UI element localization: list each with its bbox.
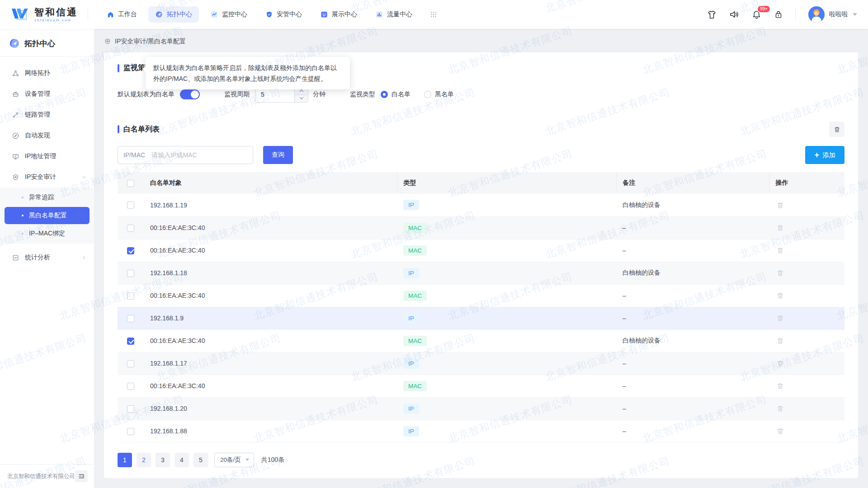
row-checkbox[interactable]	[127, 225, 134, 232]
row-checkbox[interactable]	[127, 405, 134, 413]
trash-icon	[776, 201, 784, 209]
row-checkbox[interactable]	[127, 247, 134, 254]
type-badge: IP	[403, 200, 419, 210]
delete-row-button[interactable]	[775, 426, 785, 436]
search-row: IP/MAC 查询 + 添加	[118, 146, 844, 164]
delete-row-button[interactable]	[775, 404, 785, 413]
delete-row-button[interactable]	[775, 381, 785, 391]
breadcrumb-text: IP安全审计/黑白名单配置	[115, 38, 186, 46]
sidebar-item-auto-discovery[interactable]: 自动发现	[0, 125, 94, 146]
brand-domain: zhtelecom.com	[34, 19, 78, 22]
row-checkbox[interactable]	[127, 202, 134, 209]
trash-icon	[776, 427, 784, 435]
shirt-icon	[707, 9, 717, 20]
whitelist-policy-toggle[interactable]	[180, 89, 200, 99]
search-input[interactable]	[151, 151, 247, 159]
page-button-4[interactable]: 4	[175, 453, 189, 467]
home-icon	[107, 11, 114, 19]
row-checkbox[interactable]	[127, 383, 134, 390]
chevron-right-icon	[81, 255, 87, 260]
table-row: 192.168.1.17 IP –	[118, 352, 844, 375]
nav-item-topology-center[interactable]: 拓扑中心	[148, 6, 199, 23]
column-header-remark: 备注	[616, 172, 769, 194]
nav-item-monitor-center[interactable]: 监控中心	[203, 6, 254, 23]
sidebar-item-link-management[interactable]: 链路管理	[0, 104, 94, 125]
remark-text: –	[623, 405, 626, 412]
radio-option-whitelist[interactable]: 白名单	[381, 90, 410, 99]
sidebar-item-label: 自动发现	[25, 131, 50, 140]
nav-item-flow-center[interactable]: 流量中心	[368, 6, 419, 23]
sidebar-item-ip-security-audit[interactable]: IP安全审计	[0, 167, 94, 188]
topology-globe-icon	[9, 38, 20, 49]
delete-row-button[interactable]	[775, 358, 785, 368]
page-button-5[interactable]: 5	[193, 453, 208, 467]
user-name: 啦啦啦	[829, 10, 848, 19]
page-button-2[interactable]: 2	[137, 453, 151, 467]
table-row: 192.168.1.88 IP –	[118, 420, 844, 442]
sidebar-menu: 网络拓扑 设备管理 链路管理 自动发现 IP IP地址管理 IP安全审计	[0, 56, 94, 268]
trash-icon	[776, 314, 784, 322]
nav-item-workbench[interactable]: 工作台	[100, 6, 144, 23]
trash-icon	[776, 269, 784, 277]
trash-icon	[776, 291, 784, 300]
sidebar-item-label: 网络拓扑	[25, 69, 50, 77]
lock-screen-button[interactable]	[774, 9, 783, 19]
top-nav: 工作台 拓扑中心 监控中心 安管中心 展示中心 流量中心	[100, 6, 441, 23]
row-checkbox[interactable]	[127, 270, 134, 277]
row-checkbox[interactable]	[127, 428, 134, 435]
nav-item-display-center[interactable]: 展示中心	[313, 6, 364, 23]
page-size-select[interactable]: 20条/页	[214, 453, 254, 467]
svg-text:IP: IP	[14, 155, 17, 157]
row-checkbox[interactable]	[127, 315, 134, 322]
radio-label: 白名单	[392, 90, 410, 99]
apps-grid-button[interactable]	[426, 7, 441, 22]
column-header-type: 类型	[397, 172, 616, 194]
sidebar-item-blackwhite-list-config[interactable]: 黑白名单配置	[5, 207, 90, 224]
caret-down-icon	[853, 13, 857, 16]
sidebar-item-ip-mac-binding[interactable]: IP–MAC绑定	[0, 225, 94, 242]
sidebar-item-ip-address-management[interactable]: IP IP地址管理	[0, 146, 94, 167]
radio-option-blacklist[interactable]: 黑名单	[424, 90, 454, 99]
delete-row-button[interactable]	[775, 245, 785, 255]
theme-skin-button[interactable]	[707, 9, 717, 20]
announcement-button[interactable]	[729, 9, 740, 20]
period-label: 监视周期	[224, 90, 250, 99]
sidebar-item-statistics[interactable]: 统计分析	[0, 247, 94, 268]
flow-bars-icon	[375, 10, 383, 19]
section-title-text: 白名单列表	[123, 125, 160, 134]
divider	[795, 9, 796, 20]
user-menu[interactable]: 啦啦啦	[808, 6, 857, 23]
nav-label: 工作台	[118, 10, 137, 19]
lock-icon	[774, 9, 783, 19]
delete-row-button[interactable]	[775, 200, 785, 210]
add-button[interactable]: + 添加	[805, 146, 844, 164]
monitor-chart-icon	[210, 10, 218, 19]
delete-row-button[interactable]	[775, 336, 785, 346]
whitelist-object: 00:16:EA:AE:3C:40	[150, 247, 205, 254]
stepper-down-button[interactable]	[295, 95, 308, 103]
delete-row-button[interactable]	[775, 313, 785, 323]
nav-item-security-center[interactable]: 安管中心	[259, 6, 309, 23]
page-button-3[interactable]: 3	[156, 453, 170, 467]
notifications-button[interactable]: 99+	[751, 9, 762, 20]
row-checkbox[interactable]	[127, 292, 134, 300]
collapse-sidebar-button[interactable]	[75, 470, 88, 482]
topology-globe-icon	[155, 10, 163, 19]
type-badge: MAC	[403, 381, 427, 391]
bulk-delete-button[interactable]	[829, 122, 844, 137]
query-button[interactable]: 查询	[263, 146, 293, 164]
page-size-value: 20条/页	[220, 456, 241, 464]
page-button-1[interactable]: 1	[118, 453, 132, 467]
column-header-action: 操作	[769, 172, 844, 194]
delete-row-button[interactable]	[775, 291, 785, 300]
sidebar-item-device-management[interactable]: 设备管理	[0, 84, 94, 104]
row-checkbox[interactable]	[127, 360, 134, 367]
sidebar-item-anomaly-tracking[interactable]: 异常追踪	[0, 189, 94, 206]
breadcrumb: IP安全审计/黑白名单配置	[104, 35, 858, 48]
delete-row-button[interactable]	[775, 223, 785, 233]
delete-row-button[interactable]	[775, 268, 785, 278]
sidebar-item-network-topology[interactable]: 网络拓扑	[0, 63, 94, 84]
row-checkbox[interactable]	[127, 338, 134, 345]
select-all-checkbox[interactable]	[127, 180, 134, 187]
radio-unselected-icon	[424, 91, 431, 98]
